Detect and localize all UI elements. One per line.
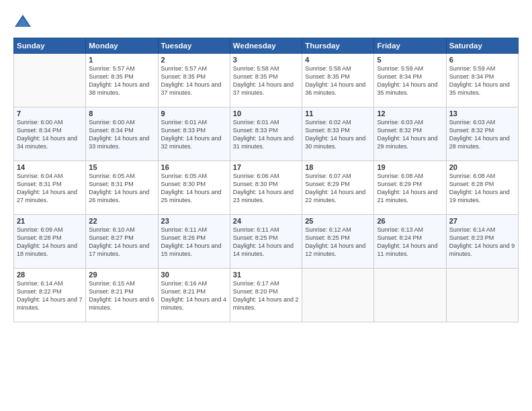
calendar-cell: 3Sunrise: 5:58 AM Sunset: 8:35 PM Daylig… — [230, 54, 302, 107]
day-number: 7 — [17, 109, 83, 118]
calendar-cell: 5Sunrise: 5:59 AM Sunset: 8:34 PM Daylig… — [374, 54, 446, 107]
day-number: 6 — [449, 56, 515, 64]
day-number: 11 — [305, 109, 371, 118]
calendar-cell: 11Sunrise: 6:02 AM Sunset: 8:33 PM Dayli… — [302, 107, 374, 161]
day-number: 25 — [305, 217, 371, 225]
calendar-week-row: 21Sunrise: 6:09 AM Sunset: 8:28 PM Dayli… — [14, 215, 519, 269]
day-number: 27 — [449, 217, 515, 225]
calendar-cell: 9Sunrise: 6:01 AM Sunset: 8:33 PM Daylig… — [158, 107, 230, 161]
day-number: 19 — [377, 163, 443, 171]
day-number: 5 — [377, 56, 443, 64]
day-info: Sunrise: 6:06 AM Sunset: 8:30 PM Dayligh… — [233, 172, 299, 205]
day-info: Sunrise: 6:09 AM Sunset: 8:28 PM Dayligh… — [17, 226, 83, 259]
day-number: 26 — [377, 217, 443, 225]
weekday-header: Friday — [374, 38, 446, 54]
day-info: Sunrise: 6:08 AM Sunset: 8:28 PM Dayligh… — [449, 172, 515, 205]
day-number: 30 — [161, 271, 227, 279]
day-number: 14 — [17, 163, 83, 171]
day-info: Sunrise: 5:57 AM Sunset: 8:35 PM Dayligh… — [161, 64, 227, 97]
calendar-week-row: 14Sunrise: 6:04 AM Sunset: 8:31 PM Dayli… — [14, 161, 519, 215]
day-info: Sunrise: 6:04 AM Sunset: 8:31 PM Dayligh… — [17, 172, 83, 205]
calendar-cell: 10Sunrise: 6:01 AM Sunset: 8:33 PM Dayli… — [230, 107, 302, 161]
weekday-header: Saturday — [446, 38, 518, 54]
calendar-cell: 13Sunrise: 6:03 AM Sunset: 8:32 PM Dayli… — [446, 107, 518, 161]
calendar-cell: 26Sunrise: 6:13 AM Sunset: 8:24 PM Dayli… — [374, 215, 446, 269]
day-number: 22 — [89, 217, 154, 225]
calendar-cell: 25Sunrise: 6:12 AM Sunset: 8:25 PM Dayli… — [302, 215, 374, 269]
calendar-cell: 16Sunrise: 6:05 AM Sunset: 8:30 PM Dayli… — [158, 161, 230, 215]
calendar-cell: 4Sunrise: 5:58 AM Sunset: 8:35 PM Daylig… — [302, 54, 374, 107]
day-number: 2 — [161, 56, 227, 64]
day-number: 10 — [233, 109, 299, 118]
calendar-cell: 24Sunrise: 6:11 AM Sunset: 8:25 PM Dayli… — [230, 215, 302, 269]
weekday-header: Tuesday — [158, 38, 230, 54]
calendar-cell: 28Sunrise: 6:14 AM Sunset: 8:22 PM Dayli… — [14, 269, 86, 322]
day-number: 13 — [449, 109, 515, 118]
calendar-cell: 18Sunrise: 6:07 AM Sunset: 8:29 PM Dayli… — [302, 161, 374, 215]
day-info: Sunrise: 6:03 AM Sunset: 8:32 PM Dayligh… — [449, 118, 515, 151]
day-number: 9 — [161, 109, 227, 118]
day-number: 28 — [17, 271, 83, 279]
day-info: Sunrise: 6:05 AM Sunset: 8:31 PM Dayligh… — [89, 172, 154, 205]
day-info: Sunrise: 6:11 AM Sunset: 8:26 PM Dayligh… — [161, 226, 227, 259]
day-number: 20 — [449, 163, 515, 171]
day-info: Sunrise: 5:57 AM Sunset: 8:35 PM Dayligh… — [89, 64, 154, 97]
day-number: 15 — [89, 163, 154, 171]
calendar-cell: 21Sunrise: 6:09 AM Sunset: 8:28 PM Dayli… — [14, 215, 86, 269]
day-info: Sunrise: 6:03 AM Sunset: 8:32 PM Dayligh… — [377, 118, 443, 151]
calendar-cell — [374, 269, 446, 322]
day-number: 4 — [305, 56, 371, 64]
day-info: Sunrise: 6:05 AM Sunset: 8:30 PM Dayligh… — [161, 172, 227, 205]
calendar-week-row: 1Sunrise: 5:57 AM Sunset: 8:35 PM Daylig… — [14, 54, 519, 107]
calendar-cell: 12Sunrise: 6:03 AM Sunset: 8:32 PM Dayli… — [374, 107, 446, 161]
day-number: 1 — [89, 56, 154, 64]
day-number: 17 — [233, 163, 299, 171]
calendar-cell: 20Sunrise: 6:08 AM Sunset: 8:28 PM Dayli… — [446, 161, 518, 215]
day-info: Sunrise: 6:08 AM Sunset: 8:29 PM Dayligh… — [377, 172, 443, 205]
calendar-cell: 14Sunrise: 6:04 AM Sunset: 8:31 PM Dayli… — [14, 161, 86, 215]
day-number: 8 — [89, 109, 154, 118]
calendar-cell: 7Sunrise: 6:00 AM Sunset: 8:34 PM Daylig… — [14, 107, 86, 161]
day-info: Sunrise: 6:14 AM Sunset: 8:22 PM Dayligh… — [17, 279, 83, 312]
calendar-cell: 2Sunrise: 5:57 AM Sunset: 8:35 PM Daylig… — [158, 54, 230, 107]
calendar-cell: 23Sunrise: 6:11 AM Sunset: 8:26 PM Dayli… — [158, 215, 230, 269]
weekday-header: Monday — [86, 38, 158, 54]
day-info: Sunrise: 6:16 AM Sunset: 8:21 PM Dayligh… — [161, 279, 227, 312]
page: SundayMondayTuesdayWednesdayThursdayFrid… — [0, 0, 532, 411]
day-info: Sunrise: 6:10 AM Sunset: 8:27 PM Dayligh… — [89, 226, 154, 259]
weekday-header-row: SundayMondayTuesdayWednesdayThursdayFrid… — [14, 38, 519, 54]
day-info: Sunrise: 6:00 AM Sunset: 8:34 PM Dayligh… — [17, 118, 83, 151]
calendar-cell: 30Sunrise: 6:16 AM Sunset: 8:21 PM Dayli… — [158, 269, 230, 322]
day-info: Sunrise: 6:02 AM Sunset: 8:33 PM Dayligh… — [305, 118, 371, 151]
calendar-cell — [446, 269, 518, 322]
logo — [13, 12, 35, 31]
calendar-cell: 29Sunrise: 6:15 AM Sunset: 8:21 PM Dayli… — [86, 269, 158, 322]
day-number: 24 — [233, 217, 299, 225]
day-info: Sunrise: 6:00 AM Sunset: 8:34 PM Dayligh… — [89, 118, 154, 151]
day-info: Sunrise: 6:11 AM Sunset: 8:25 PM Dayligh… — [233, 226, 299, 259]
weekday-header: Thursday — [302, 38, 374, 54]
day-info: Sunrise: 5:59 AM Sunset: 8:34 PM Dayligh… — [377, 64, 443, 97]
calendar-cell: 8Sunrise: 6:00 AM Sunset: 8:34 PM Daylig… — [86, 107, 158, 161]
day-number: 12 — [377, 109, 443, 118]
day-info: Sunrise: 6:13 AM Sunset: 8:24 PM Dayligh… — [377, 226, 443, 259]
day-number: 3 — [233, 56, 299, 64]
header — [13, 12, 519, 31]
day-info: Sunrise: 5:59 AM Sunset: 8:34 PM Dayligh… — [449, 64, 515, 97]
day-number: 31 — [233, 271, 299, 279]
calendar-cell: 1Sunrise: 5:57 AM Sunset: 8:35 PM Daylig… — [86, 54, 158, 107]
calendar-cell: 27Sunrise: 6:14 AM Sunset: 8:23 PM Dayli… — [446, 215, 518, 269]
weekday-header: Wednesday — [230, 38, 302, 54]
day-info: Sunrise: 6:17 AM Sunset: 8:20 PM Dayligh… — [233, 279, 299, 312]
calendar-cell — [302, 269, 374, 322]
day-info: Sunrise: 6:14 AM Sunset: 8:23 PM Dayligh… — [449, 226, 515, 259]
day-number: 16 — [161, 163, 227, 171]
day-number: 23 — [161, 217, 227, 225]
day-number: 21 — [17, 217, 83, 225]
calendar-table: SundayMondayTuesdayWednesdayThursdayFrid… — [13, 38, 519, 322]
calendar-cell: 6Sunrise: 5:59 AM Sunset: 8:34 PM Daylig… — [446, 54, 518, 107]
logo-icon — [13, 12, 32, 31]
calendar-week-row: 7Sunrise: 6:00 AM Sunset: 8:34 PM Daylig… — [14, 107, 519, 161]
calendar-cell: 15Sunrise: 6:05 AM Sunset: 8:31 PM Dayli… — [86, 161, 158, 215]
calendar-week-row: 28Sunrise: 6:14 AM Sunset: 8:22 PM Dayli… — [14, 269, 519, 322]
